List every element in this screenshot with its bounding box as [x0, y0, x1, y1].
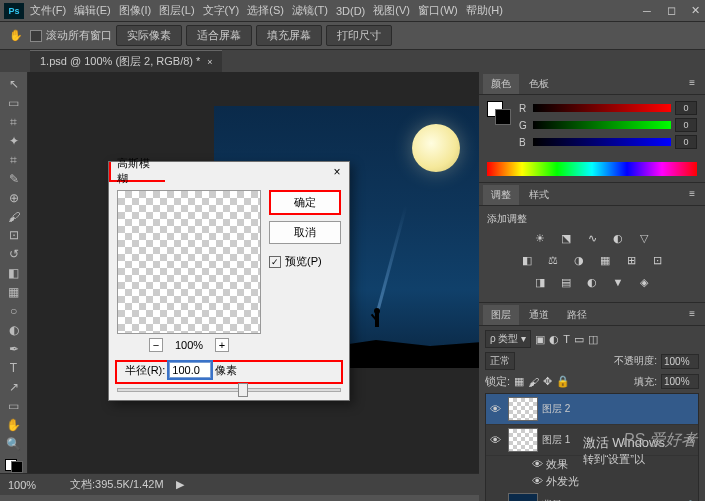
- g-slider[interactable]: [533, 121, 671, 129]
- move-tool-icon[interactable]: ↖: [3, 76, 25, 92]
- menu-view[interactable]: 视图(V): [373, 3, 410, 18]
- tab-color[interactable]: 颜色: [483, 74, 519, 94]
- filter-smart-icon[interactable]: ◫: [588, 333, 598, 346]
- zoom-level[interactable]: 100%: [8, 479, 58, 491]
- menu-3d[interactable]: 3D(D): [336, 5, 365, 17]
- layer-thumb[interactable]: [508, 428, 538, 452]
- panel-menu-icon[interactable]: ≡: [683, 185, 701, 205]
- visibility-icon[interactable]: 👁: [532, 475, 543, 487]
- visibility-icon[interactable]: 👁: [490, 434, 504, 446]
- pen-tool-icon[interactable]: ✒: [3, 341, 25, 357]
- lock-pos-icon[interactable]: ✥: [543, 375, 552, 388]
- lock-trans-icon[interactable]: ▦: [514, 375, 524, 388]
- filter-text-icon[interactable]: T: [563, 333, 570, 345]
- color-spectrum[interactable]: [487, 162, 697, 176]
- adj-bw-icon[interactable]: ◑: [571, 252, 587, 268]
- marquee-tool-icon[interactable]: ▭: [3, 95, 25, 111]
- blend-mode-select[interactable]: 正常: [485, 352, 515, 370]
- layer-item[interactable]: 👁 背景 🔒: [486, 490, 698, 501]
- layer-effect[interactable]: 👁 外发光: [486, 473, 698, 490]
- adj-mixer-icon[interactable]: ⊞: [623, 252, 639, 268]
- visibility-icon[interactable]: 👁: [532, 458, 543, 470]
- fit-screen-button[interactable]: 适合屏幕: [186, 25, 252, 46]
- menu-file[interactable]: 文件(F): [30, 3, 66, 18]
- tab-swatches[interactable]: 色板: [521, 74, 557, 94]
- hand-tool-icon[interactable]: ✋: [3, 417, 25, 433]
- dialog-close-icon[interactable]: ×: [329, 164, 345, 180]
- adj-invert-icon[interactable]: ◨: [532, 274, 548, 290]
- status-arrow-icon[interactable]: ▶: [176, 478, 184, 491]
- path-tool-icon[interactable]: ↗: [3, 379, 25, 395]
- adj-hue-icon[interactable]: ◧: [519, 252, 535, 268]
- r-slider[interactable]: [533, 104, 671, 112]
- r-value[interactable]: 0: [675, 101, 697, 115]
- menu-help[interactable]: 帮助(H): [466, 3, 503, 18]
- layer-thumb[interactable]: [508, 397, 538, 421]
- brush-tool-icon[interactable]: 🖌: [3, 209, 25, 225]
- cancel-button[interactable]: 取消: [269, 221, 341, 244]
- menu-filter[interactable]: 滤镜(T): [292, 3, 328, 18]
- adj-poster-icon[interactable]: ▤: [558, 274, 574, 290]
- zoom-tool-icon[interactable]: 🔍: [3, 436, 25, 452]
- layer-item[interactable]: 👁 图层 2: [486, 394, 698, 425]
- adj-threshold-icon[interactable]: ◐: [584, 274, 600, 290]
- stamp-tool-icon[interactable]: ⊡: [3, 228, 25, 244]
- menu-layer[interactable]: 图层(L): [159, 3, 194, 18]
- menu-text[interactable]: 文字(Y): [203, 3, 240, 18]
- heal-tool-icon[interactable]: ⊕: [3, 190, 25, 206]
- adj-selective-icon[interactable]: ◈: [636, 274, 652, 290]
- adj-gradient-icon[interactable]: ▼: [610, 274, 626, 290]
- document-tab[interactable]: 1.psd @ 100% (图层 2, RGB/8) * ×: [30, 50, 222, 72]
- eyedropper-tool-icon[interactable]: ✎: [3, 171, 25, 187]
- adj-vibrance-icon[interactable]: ▽: [636, 230, 652, 246]
- wand-tool-icon[interactable]: ✦: [3, 133, 25, 149]
- tab-paths[interactable]: 路径: [559, 305, 595, 325]
- tab-adjustments[interactable]: 调整: [483, 185, 519, 205]
- lasso-tool-icon[interactable]: ⌗: [3, 114, 25, 130]
- layer-thumb[interactable]: [508, 493, 538, 501]
- adj-exposure-icon[interactable]: ◐: [610, 230, 626, 246]
- fill-screen-button[interactable]: 填充屏幕: [256, 25, 322, 46]
- layer-name[interactable]: 图层 1: [542, 433, 570, 447]
- filter-adj-icon[interactable]: ◐: [549, 333, 559, 346]
- fg-bg-swatch[interactable]: [5, 459, 23, 473]
- history-brush-tool-icon[interactable]: ↺: [3, 246, 25, 262]
- radius-input[interactable]: [169, 362, 211, 378]
- adj-balance-icon[interactable]: ⚖: [545, 252, 561, 268]
- eraser-tool-icon[interactable]: ◧: [3, 265, 25, 281]
- ok-button[interactable]: 确定: [269, 190, 341, 215]
- radius-slider[interactable]: [117, 388, 341, 392]
- g-value[interactable]: 0: [675, 118, 697, 132]
- dodge-tool-icon[interactable]: ◐: [3, 322, 25, 338]
- tab-layers[interactable]: 图层: [483, 305, 519, 325]
- menu-window[interactable]: 窗口(W): [418, 3, 458, 18]
- print-size-button[interactable]: 打印尺寸: [326, 25, 392, 46]
- fill-value[interactable]: 100%: [661, 374, 699, 389]
- adj-curves-icon[interactable]: ∿: [584, 230, 600, 246]
- layer-filter[interactable]: ρ 类型 ▾: [485, 330, 531, 348]
- lock-paint-icon[interactable]: 🖌: [528, 376, 539, 388]
- gradient-tool-icon[interactable]: ▦: [3, 284, 25, 300]
- shape-tool-icon[interactable]: ▭: [3, 398, 25, 414]
- actual-pixels-button[interactable]: 实际像素: [116, 25, 182, 46]
- zoom-out-button[interactable]: −: [149, 338, 163, 352]
- opacity-value[interactable]: 100%: [661, 354, 699, 369]
- preview-checkbox[interactable]: ✓预览(P): [269, 254, 341, 269]
- b-value[interactable]: 0: [675, 135, 697, 149]
- tab-channels[interactable]: 通道: [521, 305, 557, 325]
- zoom-in-button[interactable]: +: [215, 338, 229, 352]
- menu-image[interactable]: 图像(I): [119, 3, 151, 18]
- adj-lookup-icon[interactable]: ⊡: [649, 252, 665, 268]
- tab-close-icon[interactable]: ×: [207, 57, 212, 67]
- adj-photo-icon[interactable]: ▦: [597, 252, 613, 268]
- panel-menu-icon[interactable]: ≡: [683, 305, 701, 325]
- crop-tool-icon[interactable]: ⌗: [3, 152, 25, 168]
- menu-select[interactable]: 选择(S): [247, 3, 284, 18]
- type-tool-icon[interactable]: T: [3, 360, 25, 376]
- panel-menu-icon[interactable]: ≡: [683, 74, 701, 94]
- tab-styles[interactable]: 样式: [521, 185, 557, 205]
- menu-edit[interactable]: 编辑(E): [74, 3, 111, 18]
- filter-img-icon[interactable]: ▣: [535, 333, 545, 346]
- adj-brightness-icon[interactable]: ☀: [532, 230, 548, 246]
- slider-thumb[interactable]: [238, 383, 248, 397]
